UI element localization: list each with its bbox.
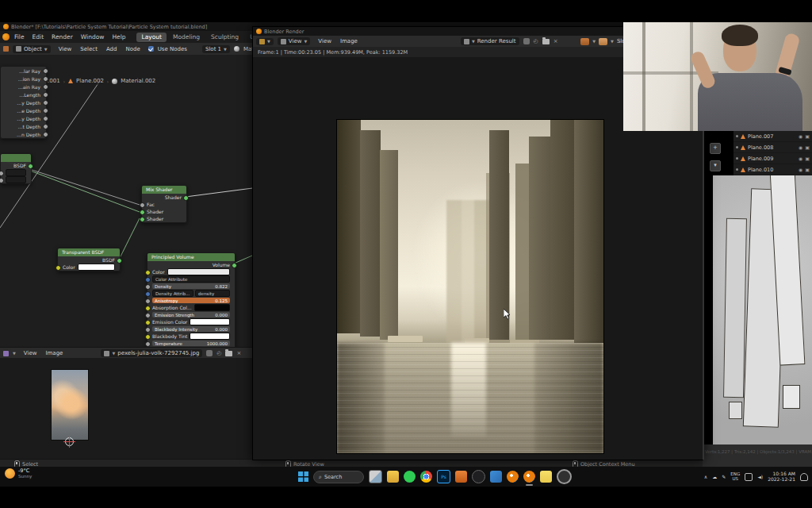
disable-render-icon[interactable]: ▣ [805,156,810,161]
node-input-field[interactable] [6,169,26,176]
slot-dropdown[interactable]: Slot 1 ▼ [202,45,230,53]
language-switcher[interactable]: ENG US [730,472,740,481]
cast-icon[interactable] [745,473,753,481]
socket-color[interactable] [56,265,61,271]
display-channels-icon[interactable] [580,38,589,45]
socket-shader[interactable] [232,263,237,268]
disable-render-icon[interactable]: ▣ [805,133,810,139]
cloud-icon[interactable]: ☁ [712,474,717,479]
socket[interactable] [145,298,151,304]
menu-image[interactable]: Image [41,349,67,357]
filter-dropdown-button[interactable]: ▾ [710,160,721,171]
notification-bell-icon[interactable] [800,473,808,481]
color-swatch[interactable] [78,264,115,271]
editor-type-icon[interactable] [3,351,9,356]
node-light-path[interactable]: …lar Ray…ion Ray…ain Ray…Length…y Depth…… [0,66,47,139]
socket[interactable] [145,277,151,283]
taskbar-app-task-view[interactable] [369,470,382,483]
weather-widget[interactable]: -9°C Sunny [5,468,32,479]
taskbar-app-orange-app[interactable] [455,471,467,483]
blender-menu-icon[interactable] [2,33,10,40]
socket-value[interactable] [43,84,48,90]
socket-value[interactable] [43,68,48,74]
socket[interactable] [145,334,151,340]
value-slider[interactable]: Anisotropy0.125 [152,298,230,303]
node-input-field[interactable] [6,176,26,183]
socket[interactable] [145,284,151,290]
socket[interactable] [145,291,151,297]
node-transparent-bsdf[interactable]: Transparent BSDF BSDF Color [57,248,121,271]
color-swatch[interactable] [194,304,230,311]
second-3d-viewport[interactable] [713,175,812,444]
render-result-dropdown[interactable]: ▼ Render Result [461,37,519,45]
menu-image[interactable]: Image [336,37,362,45]
breadcrumb-mesh[interactable]: Plane.002 [76,78,104,84]
workspace-tab-layout[interactable]: Layout [136,33,167,42]
menu-view[interactable]: View [314,37,335,45]
view-layer-dropdown[interactable]: View ▼ [278,37,310,45]
menu-edit[interactable]: Edit [29,33,48,41]
unlink-icon[interactable]: × [236,350,241,356]
node-header[interactable]: Mix Shader [142,186,186,194]
fake-user-icon[interactable] [206,350,213,356]
use-nodes-checkbox[interactable] [148,46,154,52]
node-mix-shader[interactable]: Mix Shader Shader FacShaderShader [141,185,187,223]
color-swatch[interactable] [190,333,230,340]
socket-value[interactable] [43,116,48,121]
socket[interactable] [145,313,151,318]
taskbar-app-blender-active[interactable] [523,471,535,483]
taskbar-app-file-explorer[interactable] [387,471,399,483]
socket-value[interactable] [43,76,48,82]
socket[interactable] [145,306,151,311]
socket-shader[interactable] [117,258,122,264]
socket-shader[interactable] [140,210,145,215]
menu-render[interactable]: Render [48,33,77,41]
attribute-value[interactable]: density [195,290,230,297]
add-collection-button[interactable]: + [710,143,721,154]
disable-render-icon[interactable]: ▣ [805,144,810,150]
taskbar-app-photos[interactable] [490,471,502,483]
volume-icon[interactable]: ◄) [757,474,763,479]
menu-add[interactable]: Add [102,45,121,53]
socket[interactable] [145,270,151,275]
breadcrumb-material[interactable]: Material.002 [121,78,155,84]
color-swatch[interactable] [190,318,230,325]
hide-viewport-icon[interactable]: ◉ [799,167,802,172]
socket-shader[interactable] [140,217,145,222]
socket-value[interactable] [43,124,48,129]
attribute-label[interactable]: Density Attrib... [152,290,193,297]
hide-viewport-icon[interactable]: ◉ [799,156,802,161]
outliner-row-plane-008[interactable]: Plane.008◉▣ [733,142,812,153]
color-management-icon[interactable] [599,38,607,45]
outliner-row-plane-009[interactable]: Plane.009◉▣ [733,153,812,164]
menu-view[interactable]: View [20,349,41,357]
node-header[interactable] [1,154,31,162]
node-clipped-left[interactable]: BSDF [0,153,32,184]
value-slider[interactable]: Emission Strength0.000 [152,312,230,318]
image-selector[interactable]: ▼ pexels-julia-volk-7292745.jpg [101,349,202,357]
socket-shader[interactable] [28,164,33,169]
search-box[interactable]: ⌕ Search [313,471,364,483]
socket-value[interactable] [43,108,48,114]
menu-view[interactable]: View [55,45,76,53]
taskbar-app-chrome[interactable] [420,471,432,483]
menu-select[interactable]: Select [76,45,102,53]
outliner-row-plane-007[interactable]: Plane.007◉▣ [733,131,812,142]
value-slider[interactable]: Density0.822 [152,283,230,289]
workspace-tab-modeling[interactable]: Modeling [168,33,205,42]
socket[interactable] [145,327,151,333]
taskbar-app-blender[interactable] [507,471,519,483]
socket-value[interactable] [0,178,4,183]
editor-type-icon[interactable] [3,46,9,52]
node-principled-volume[interactable]: Principled Volume Volume ColorColor Attr… [147,252,236,347]
hide-viewport-icon[interactable]: ◉ [799,144,802,150]
taskbar-app-sticky-notes[interactable] [540,471,552,483]
clock-widget[interactable]: 10:16 AM 2022-12-21 [768,471,795,482]
pen-icon[interactable]: ✎ [722,474,726,479]
hide-viewport-icon[interactable]: ◉ [799,133,802,139]
taskbar-app-dark-app[interactable] [472,470,485,483]
outliner-row-plane-010[interactable]: Plane.010◉▣ [733,164,812,175]
value-slider[interactable]: Blackbody Intensity0.000 [152,326,230,332]
socket-shader[interactable] [183,195,189,201]
node-header[interactable]: Principled Volume [147,253,235,261]
